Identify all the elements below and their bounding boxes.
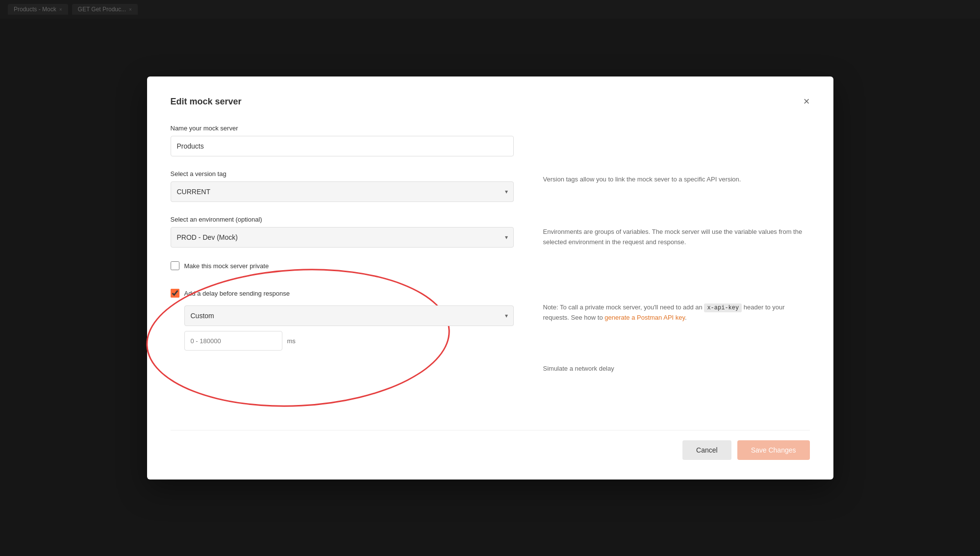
delay-checkbox[interactable] bbox=[171, 289, 179, 298]
modal-header: Edit mock server × bbox=[171, 96, 810, 107]
delay-checkbox-label[interactable]: Add a delay before sending response bbox=[184, 290, 290, 297]
delay-checkbox-row: Add a delay before sending response bbox=[171, 289, 514, 298]
private-checkbox-row: Make this mock server private bbox=[171, 261, 514, 270]
delay-section: Add a delay before sending response Cust… bbox=[171, 284, 514, 355]
private-helper-text: Note: To call a private mock server, you… bbox=[543, 303, 810, 323]
delay-type-select-wrapper: Custom ▾ bbox=[184, 305, 514, 326]
version-tag-section: Select a version tag CURRENT ▾ bbox=[171, 170, 514, 202]
form-right-column: Version tags allow you to link the mock … bbox=[543, 125, 810, 406]
delay-helper-row: Simulate a network delay bbox=[543, 354, 810, 401]
modal-title: Edit mock server bbox=[171, 97, 242, 107]
delay-unit-label: ms bbox=[287, 337, 296, 345]
delay-helper-text: Simulate a network delay bbox=[543, 364, 614, 374]
private-helper-prefix: Note: To call a private mock server, you… bbox=[543, 303, 704, 311]
edit-mock-server-modal: Edit mock server × Name your mock server… bbox=[147, 76, 833, 480]
environment-label: Select an environment (optional) bbox=[171, 216, 514, 223]
modal-overlay: Edit mock server × Name your mock server… bbox=[0, 0, 980, 556]
server-name-section: Name your mock server bbox=[171, 125, 514, 156]
api-key-code: x-api-key bbox=[704, 303, 742, 312]
environment-helper-row: Environments are groups of variables. Th… bbox=[543, 217, 810, 281]
environment-select-wrapper: PROD - Dev (Mock) ▾ bbox=[171, 227, 514, 248]
delay-type-select[interactable]: Custom bbox=[184, 305, 514, 326]
server-name-label: Name your mock server bbox=[171, 125, 514, 132]
delay-input-row: ms bbox=[184, 331, 514, 351]
save-changes-button[interactable]: Save Changes bbox=[737, 440, 810, 460]
private-section: Make this mock server private bbox=[171, 261, 514, 270]
form-layout: Name your mock server Select a version t… bbox=[171, 125, 810, 406]
delay-value-input[interactable] bbox=[184, 331, 282, 351]
version-tag-label: Select a version tag bbox=[171, 170, 514, 177]
modal-close-button[interactable]: × bbox=[804, 96, 810, 107]
private-checkbox[interactable] bbox=[171, 261, 179, 270]
version-tag-select[interactable]: CURRENT bbox=[171, 181, 514, 202]
private-helper-row: Note: To call a private mock server, you… bbox=[543, 293, 810, 339]
postman-api-key-link[interactable]: generate a Postman API key bbox=[604, 314, 685, 321]
environment-helper-text: Environments are groups of variables. Th… bbox=[543, 227, 810, 248]
delay-controls: Custom ▾ ms bbox=[171, 305, 514, 351]
server-name-input[interactable] bbox=[171, 136, 514, 156]
version-tag-helper-text: Version tags allow you to link the mock … bbox=[543, 175, 741, 185]
cancel-button[interactable]: Cancel bbox=[682, 440, 731, 460]
environment-select[interactable]: PROD - Dev (Mock) bbox=[171, 227, 514, 248]
version-tag-select-wrapper: CURRENT ▾ bbox=[171, 181, 514, 202]
modal-footer: Cancel Save Changes bbox=[171, 430, 810, 460]
environment-section: Select an environment (optional) PROD - … bbox=[171, 216, 514, 248]
private-helper-suffix: . bbox=[685, 314, 687, 321]
private-checkbox-label[interactable]: Make this mock server private bbox=[184, 262, 269, 270]
version-tag-helper-row: Version tags allow you to link the mock … bbox=[543, 165, 810, 211]
form-left-column: Name your mock server Select a version t… bbox=[171, 125, 514, 406]
